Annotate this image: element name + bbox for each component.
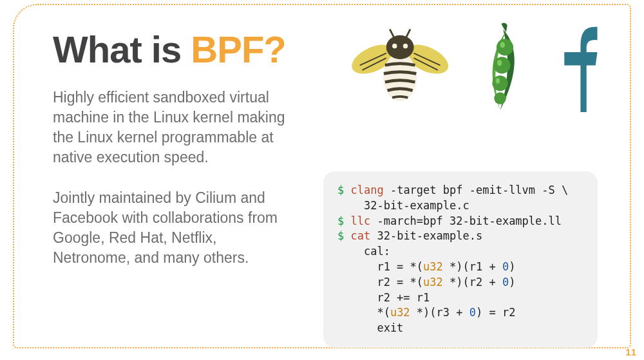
code-text: ) bbox=[509, 276, 515, 289]
svg-point-9 bbox=[403, 44, 408, 48]
code-cmd: clang bbox=[344, 184, 383, 196]
svg-line-11 bbox=[406, 29, 410, 37]
code-text: r2 += r1 bbox=[337, 291, 430, 304]
code-text: r1 = *( bbox=[337, 260, 423, 273]
facebook-f-icon bbox=[549, 19, 598, 118]
code-text: *)(r3 + bbox=[410, 306, 469, 319]
code-text: -march=bpf 32-bit-example.ll bbox=[370, 214, 562, 227]
title-plain: What is bbox=[53, 28, 191, 70]
content-columns: Highly efficient sandboxed virtual machi… bbox=[53, 88, 598, 348]
svg-point-18 bbox=[496, 78, 500, 83]
right-column: $ clang -target bpf -emit-llvm -S \ 32-b… bbox=[323, 88, 598, 348]
svg-point-14 bbox=[493, 75, 508, 91]
code-text: 32-bit-example.s bbox=[370, 229, 482, 242]
svg-point-13 bbox=[494, 57, 511, 73]
code-text: 32-bit-example.c bbox=[337, 199, 469, 212]
text-column: Highly efficient sandboxed virtual machi… bbox=[53, 88, 298, 348]
paragraph-1: Highly efficient sandboxed virtual machi… bbox=[53, 88, 298, 167]
title-accent: BPF? bbox=[191, 28, 285, 70]
svg-point-8 bbox=[392, 44, 397, 48]
code-text: *)(r1 + bbox=[443, 260, 502, 273]
code-num: 0 bbox=[502, 276, 509, 289]
svg-line-10 bbox=[390, 29, 394, 37]
logo-row bbox=[349, 17, 598, 120]
code-num: 0 bbox=[469, 306, 476, 319]
code-text: ) = r2 bbox=[476, 306, 515, 319]
svg-point-16 bbox=[500, 42, 505, 48]
code-text: *( bbox=[337, 306, 390, 319]
code-block: $ clang -target bpf -emit-llvm -S \ 32-b… bbox=[323, 171, 598, 348]
peapod-icon bbox=[470, 17, 530, 120]
code-text: exit bbox=[337, 321, 403, 334]
code-text: ) bbox=[509, 260, 515, 273]
code-text: cal: bbox=[337, 245, 390, 258]
code-type: u32 bbox=[423, 276, 443, 289]
bee-icon bbox=[349, 20, 451, 117]
code-prompt: $ bbox=[337, 184, 344, 196]
code-text: *)(r2 + bbox=[443, 276, 502, 289]
code-num: 0 bbox=[502, 260, 509, 273]
code-type: u32 bbox=[390, 306, 410, 319]
svg-point-12 bbox=[497, 39, 513, 55]
code-prompt: $ bbox=[337, 229, 344, 242]
code-text: -target bpf -emit-llvm -S \ bbox=[384, 184, 569, 196]
page-number: 11 bbox=[625, 346, 636, 357]
code-cmd: llc bbox=[344, 214, 370, 227]
paragraph-2: Jointly maintained by Cilium and Faceboo… bbox=[53, 188, 298, 268]
slide-frame: What is BPF? Highly efficient sandboxed … bbox=[13, 4, 631, 348]
code-prompt: $ bbox=[337, 214, 344, 227]
svg-point-15 bbox=[495, 92, 507, 104]
code-cmd: cat bbox=[344, 229, 370, 242]
svg-point-7 bbox=[386, 35, 414, 59]
code-text: r2 = *( bbox=[337, 276, 423, 289]
svg-point-17 bbox=[497, 60, 502, 66]
code-type: u32 bbox=[423, 260, 443, 273]
svg-point-6 bbox=[383, 53, 417, 102]
